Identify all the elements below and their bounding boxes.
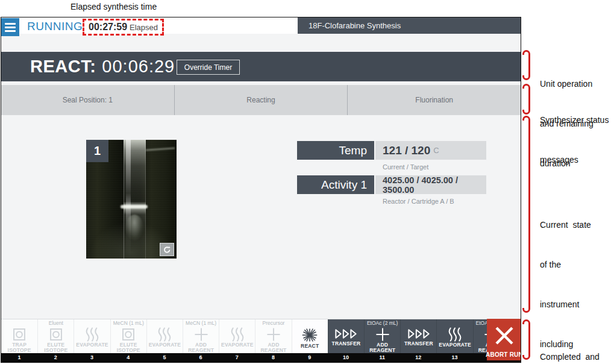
operation-tile-10[interactable]: TRANSFER 10 [328,319,364,362]
evaporate-icon [155,327,174,342]
operation-tile-12[interactable]: TRANSFER 12 [400,319,436,362]
status-seal-position: Seal Position: 1 [1,85,174,115]
operation-reagent-label: Precursor [263,319,285,327]
operation-reagent-label: MeCN (1 mL) [113,319,144,327]
operation-reagent-label [19,319,20,327]
operation-tile-2[interactable]: Eluent ELUTE ISOTOPE 2 [37,319,74,362]
operation-reagent-label [454,319,456,327]
add-reagent-icon [193,327,209,342]
operation-reagent-label: MeCN (1 mL) [186,319,216,327]
operation-tile-8[interactable]: Precursor ADD REAGENT 8 [255,319,291,362]
operation-name-line2: REAGENT [188,348,214,353]
operation-reagent-label [309,319,310,327]
operation-name-line1: EVAPORATE [149,342,181,348]
operation-number: 5 [146,353,183,362]
callout-operations: Completed and upcoming operations [540,324,600,364]
elapsed-time-unit: Elapsed [130,23,158,32]
operation-reagent-label [418,319,419,327]
temp-sensor-value: 121 / 120 C [375,141,486,160]
activity-sensor-value: 4025.00 / 4025.00 / 3500.00 [375,175,486,194]
sequence-title: 18F-Clofarabine Synthesis [298,17,521,34]
reactor-camera-image: 1 [86,140,177,259]
operation-number: 7 [219,353,255,362]
evaporate-icon [446,327,464,342]
operation-reagent-label: Eluent [49,319,63,327]
evaporate-icon [83,327,101,342]
operation-name-line1: EVAPORATE [221,342,253,348]
operation-reagent-label [345,319,346,327]
operation-tile-9[interactable]: REACT 9 [292,319,328,362]
transfer-icon [406,327,431,341]
operation-reagent-label: EtOAc (2 mL) [367,319,398,327]
operation-number: 10 [328,353,364,362]
run-status-label: RUNNING [27,20,83,33]
operation-tile-6[interactable]: MeCN (1 mL) ADD REAGENT 6 [183,319,219,362]
operation-number: 13 [436,353,472,362]
operation-tile-1[interactable]: TRAP ISOTOPE 1 [1,319,37,362]
operation-reagent-label [92,319,93,327]
operation-name-line2: ISOTOPE [8,348,31,353]
callout-bracket-unit-operation [522,50,530,80]
operation-tile-11[interactable]: EtOAc (2 mL) ADD REAGENT 11 [364,319,400,362]
operation-number: 4 [110,353,146,362]
operation-number: 2 [37,353,74,362]
status-message-row: Seal Position: 1 Reacting Fluorination [1,85,521,115]
activity-sensor-sublabel: Reactor / Cartridge A / B [383,198,454,205]
operation-number: 11 [364,353,400,362]
callout-bracket-status [522,84,530,115]
elute-isotope-icon [121,327,136,342]
operation-remaining-time: 00:06:29 [102,57,175,77]
status-operation-state: Reacting [174,85,348,115]
operation-tile-4[interactable]: MeCN (1 mL) ELUTE ISOTOPE 4 [110,319,146,362]
abort-x-icon [492,324,516,350]
evaporate-icon [228,327,246,342]
operation-reagent-label [164,319,165,327]
unit-operation-banner: REACT: 00:06:29 Override Timer [1,52,521,81]
activity-sensor-label: Activity 1 [297,175,374,194]
callout-status-messages: Synthesizer status messages [540,87,609,193]
add-reagent-icon [375,327,390,342]
operation-name-line1: EVAPORATE [439,342,471,348]
trap-isotope-icon [11,327,27,342]
operation-tile-3[interactable]: EVAPORATE 3 [74,319,110,362]
temp-unit: C [433,146,439,155]
operation-name-line2: REAGENT [261,348,287,353]
abort-run-button[interactable]: ABORT RUN [487,319,521,360]
refresh-camera-icon[interactable] [160,243,174,256]
operation-name-line2: ISOTOPE [117,348,140,353]
operation-number: 9 [292,353,328,362]
synthesizer-app-window: 18F-Clofarabine Synthesis RUNNING 00:27:… [1,17,521,363]
operation-number: 8 [255,353,291,362]
reaction-vial [124,140,146,259]
operation-reagent-label [237,319,238,327]
page: Elapsed synthesis time 18F-Clofarabine S… [0,0,614,364]
operation-number: 3 [74,353,110,362]
operation-name-line1: TRANSFER [331,341,360,347]
operations-row: TRAP ISOTOPE 1 Eluent ELUTE ISOTOPE 2 EV… [1,319,521,362]
operation-tile-13[interactable]: EVAPORATE 13 [436,319,472,362]
override-timer-button[interactable]: Override Timer [177,60,240,75]
callout-elapsed-time: Elapsed synthesis time [70,2,157,11]
elapsed-time-value: 00:27:59 [89,22,127,33]
operation-number: 12 [400,353,436,362]
operation-tile-5[interactable]: EVAPORATE 5 [146,319,183,362]
operation-name-line2: REAGENT [369,348,395,353]
reactor-number-badge: 1 [86,140,108,162]
elute-isotope-icon [48,327,64,342]
temp-sensor-label: Temp [297,141,374,160]
elapsed-time-box: 00:27:59 Elapsed [83,19,164,36]
status-step-name: Fluorination [347,85,521,115]
temp-sensor-sublabel: Current / Target [383,163,428,171]
hamburger-menu-icon[interactable] [1,18,19,36]
operation-name-line1: REACT [301,344,319,349]
operation-tile-7[interactable]: EVAPORATE 7 [219,319,255,362]
operation-name-line1: TRANSFER [404,341,433,347]
add-reagent-icon [266,327,281,342]
operation-name-line2: ISOTOPE [44,348,67,353]
react-icon [301,327,318,344]
operation-number: 6 [183,353,219,362]
callout-bracket-instrument-state [522,116,530,313]
callout-bracket-operations [522,319,530,360]
operation-name: REACT: [30,57,96,77]
operation-name-line1: EVAPORATE [76,342,108,348]
